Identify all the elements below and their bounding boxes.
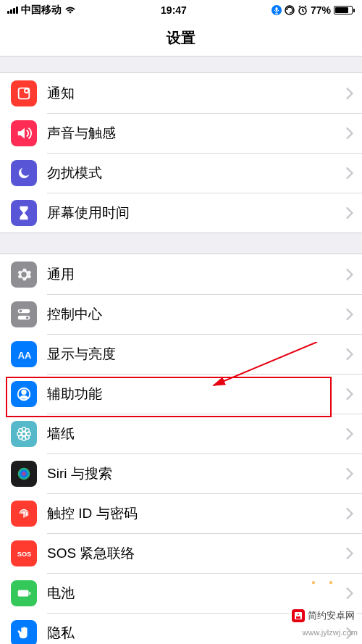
watermark-text: 简约安卓网 bbox=[308, 609, 355, 622]
alarm-icon bbox=[298, 5, 308, 15]
chevron-right-icon bbox=[346, 348, 353, 360]
status-right: 77% bbox=[272, 4, 355, 16]
svg-rect-25 bbox=[29, 592, 30, 595]
chevron-right-icon bbox=[346, 548, 353, 559]
row-label: 墙纸 bbox=[47, 425, 346, 443]
settings-row-control-center[interactable]: 控制中心 bbox=[0, 294, 362, 334]
person-circle-icon bbox=[11, 381, 37, 407]
settings-row-wallpaper[interactable]: 墙纸 bbox=[0, 414, 362, 453]
svg-point-12 bbox=[22, 390, 26, 394]
status-left: 中国移动 bbox=[7, 4, 76, 17]
chevron-right-icon bbox=[346, 88, 353, 99]
row-label: 隐私 bbox=[47, 624, 346, 643]
aa-icon: AA bbox=[11, 341, 37, 367]
chevron-right-icon bbox=[346, 207, 353, 219]
hand-icon bbox=[11, 620, 37, 645]
svg-rect-29 bbox=[296, 616, 300, 619]
battery-pct: 77% bbox=[311, 4, 331, 16]
chevron-right-icon bbox=[346, 428, 353, 440]
watermark-icon bbox=[292, 609, 305, 622]
row-label: 显示与亮度 bbox=[47, 345, 346, 364]
row-label: 屏幕使用时间 bbox=[47, 204, 346, 222]
settings-row-battery[interactable]: 电池 bbox=[0, 573, 362, 613]
moon-icon bbox=[11, 160, 37, 186]
svg-point-28 bbox=[298, 614, 299, 615]
svg-text:SOS: SOS bbox=[17, 550, 31, 557]
chevron-right-icon bbox=[346, 269, 353, 280]
status-time: 19:47 bbox=[161, 4, 187, 16]
switches-icon bbox=[11, 301, 37, 327]
battery-icon bbox=[334, 6, 355, 14]
chevron-right-icon bbox=[346, 167, 353, 179]
row-label: 电池 bbox=[47, 584, 346, 603]
row-label: 控制中心 bbox=[47, 305, 346, 324]
page-title: 设置 bbox=[167, 28, 195, 48]
svg-point-9 bbox=[26, 316, 29, 319]
svg-point-13 bbox=[22, 432, 26, 436]
chevron-right-icon bbox=[346, 508, 353, 519]
row-label: 通知 bbox=[47, 84, 346, 103]
decorative-dots: ●● bbox=[311, 578, 333, 586]
bell-icon bbox=[11, 80, 37, 106]
settings-row-touchid[interactable]: 触控 ID 与密码 bbox=[0, 493, 362, 533]
chevron-right-icon bbox=[346, 127, 353, 139]
chevron-right-icon bbox=[346, 309, 353, 320]
watermark-url: www.jylzwj.com bbox=[303, 628, 358, 637]
gear-icon bbox=[11, 262, 37, 288]
settings-row-sos[interactable]: SOSSOS 紧急联络 bbox=[0, 533, 362, 573]
settings-group-2: 通用控制中心AA显示与亮度辅助功能墙纸Siri 与搜索触控 ID 与密码SOSS… bbox=[0, 254, 362, 644]
battery-icon bbox=[11, 580, 37, 606]
settings-row-siri[interactable]: Siri 与搜索 bbox=[0, 453, 362, 493]
status-bar: 中国移动 19:47 77% bbox=[0, 0, 362, 20]
sos-icon: SOS bbox=[11, 540, 37, 566]
svg-point-22 bbox=[18, 467, 30, 480]
orientation-lock-icon bbox=[285, 5, 295, 15]
speaker-icon bbox=[11, 120, 37, 146]
svg-point-5 bbox=[25, 88, 28, 93]
voice-icon bbox=[272, 5, 282, 15]
row-label: SOS 紧急联络 bbox=[47, 544, 346, 563]
row-label: Siri 与搜索 bbox=[47, 464, 346, 483]
wifi-icon bbox=[64, 6, 76, 14]
flower-icon bbox=[11, 421, 37, 447]
settings-row-dnd[interactable]: 勿扰模式 bbox=[0, 153, 362, 193]
chevron-right-icon bbox=[346, 388, 353, 400]
signal-icon bbox=[7, 7, 18, 14]
fingerprint-icon bbox=[11, 501, 37, 527]
hourglass-icon bbox=[11, 200, 37, 226]
settings-row-screentime[interactable]: 屏幕使用时间 bbox=[0, 193, 362, 233]
svg-text:AA: AA bbox=[18, 349, 32, 360]
settings-row-display[interactable]: AA显示与亮度 bbox=[0, 334, 362, 374]
svg-point-7 bbox=[20, 309, 22, 312]
carrier-label: 中国移动 bbox=[21, 4, 62, 17]
row-label: 勿扰模式 bbox=[47, 164, 346, 183]
nav-bar: 设置 bbox=[0, 20, 362, 57]
settings-row-sounds[interactable]: 声音与触感 bbox=[0, 113, 362, 153]
settings-row-accessibility[interactable]: 辅助功能 bbox=[0, 374, 362, 414]
row-label: 声音与触感 bbox=[47, 124, 346, 143]
settings-row-notifications[interactable]: 通知 bbox=[0, 73, 362, 113]
row-label: 通用 bbox=[47, 265, 346, 284]
settings-group-1: 通知声音与触感勿扰模式屏幕使用时间 bbox=[0, 72, 362, 233]
watermark: 简约安卓网 bbox=[289, 608, 358, 624]
svg-rect-1 bbox=[275, 7, 277, 11]
chevron-right-icon bbox=[346, 468, 353, 480]
row-label: 辅助功能 bbox=[47, 385, 346, 403]
row-label: 触控 ID 与密码 bbox=[47, 504, 346, 523]
chevron-right-icon bbox=[346, 587, 353, 599]
settings-row-general[interactable]: 通用 bbox=[0, 254, 362, 294]
svg-rect-24 bbox=[18, 590, 29, 596]
siri-icon bbox=[11, 461, 37, 487]
